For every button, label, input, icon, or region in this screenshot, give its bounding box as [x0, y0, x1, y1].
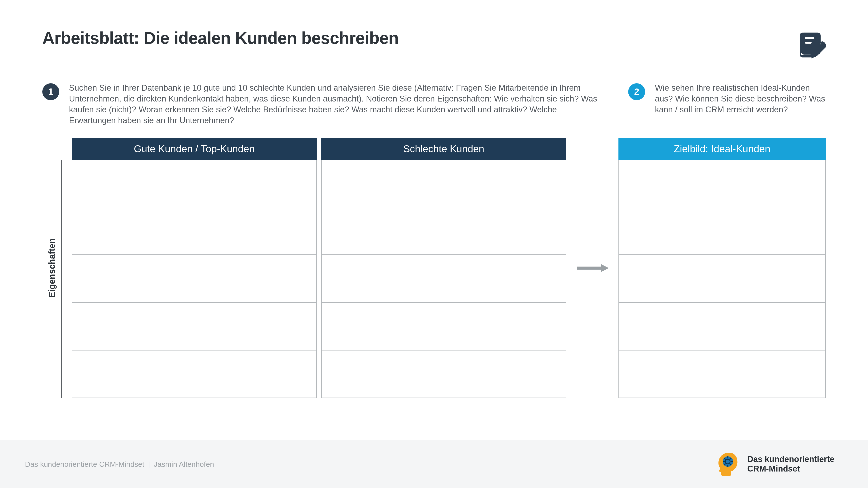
footer-separator: |: [148, 460, 150, 468]
step-1-text: Suchen Sie in Ihrer Datenbank je 10 gute…: [69, 83, 602, 126]
brand-line2: CRM-Mindset: [747, 464, 834, 474]
column-target-customers: Zielbild: Ideal-Kunden: [618, 138, 826, 398]
side-label: Eigenschaften: [47, 238, 57, 298]
column-bad-header: Schlechte Kunden: [321, 138, 566, 160]
column-good-customers: Gute Kunden / Top-Kunden: [72, 138, 317, 398]
brand-text: Das kundenorientierte CRM-Mindset: [747, 455, 834, 474]
table-row[interactable]: [322, 254, 566, 302]
column-bad-customers: Schlechte Kunden: [321, 138, 566, 398]
table-row[interactable]: [619, 207, 825, 254]
footer-author: Jasmin Altenhofen: [154, 460, 214, 468]
svg-marker-4: [601, 264, 609, 272]
step-2-badge: 2: [628, 83, 645, 100]
table-row[interactable]: [619, 254, 825, 302]
step-2-text: Wie sehen Ihre realistischen Ideal-Kunde…: [655, 83, 826, 126]
table-row[interactable]: [72, 160, 316, 207]
table-row[interactable]: [322, 207, 566, 254]
table-row[interactable]: [619, 160, 825, 207]
footer-title: Das kundenorientierte CRM-Mindset: [25, 460, 144, 468]
page-title: Arbeitsblatt: Die idealen Kunden beschre…: [42, 28, 399, 48]
step-2: 2 Wie sehen Ihre realistischen Ideal-Kun…: [628, 83, 826, 126]
column-target-body: [618, 160, 826, 398]
table-row[interactable]: [72, 254, 316, 302]
side-divider: [61, 160, 62, 398]
brand-line1: Das kundenorientierte: [747, 455, 834, 464]
side-label-wrap: Eigenschaften: [42, 138, 62, 398]
svg-rect-2: [805, 42, 812, 43]
column-target-header: Zielbild: Ideal-Kunden: [618, 138, 826, 160]
table-row[interactable]: [72, 302, 316, 350]
arrow-right-icon: [576, 264, 609, 272]
table-row[interactable]: [619, 350, 825, 397]
table-row[interactable]: [72, 207, 316, 254]
table-row[interactable]: [619, 302, 825, 350]
brand: Das kundenorientierte CRM-Mindset: [715, 451, 834, 477]
table-row[interactable]: [322, 302, 566, 350]
brand-logo-icon: [715, 451, 741, 477]
column-good-header: Gute Kunden / Top-Kunden: [72, 138, 317, 160]
arrow-wrap: [571, 138, 614, 398]
worksheet-area: Eigenschaften Gute Kunden / Top-Kunden: [42, 138, 826, 398]
step-1-badge: 1: [42, 83, 59, 100]
footer-text: Das kundenorientierte CRM-Mindset | Jasm…: [25, 460, 214, 468]
step-1: 1 Suchen Sie in Ihrer Datenbank je 10 gu…: [42, 83, 602, 126]
footer: Das kundenorientierte CRM-Mindset | Jasm…: [0, 440, 868, 488]
table-row[interactable]: [72, 350, 316, 397]
table-row[interactable]: [322, 160, 566, 207]
table-row[interactable]: [322, 350, 566, 397]
column-bad-body: [321, 160, 566, 398]
svg-rect-1: [805, 37, 814, 39]
worksheet-edit-icon: [798, 30, 826, 59]
column-good-body: [72, 160, 317, 398]
